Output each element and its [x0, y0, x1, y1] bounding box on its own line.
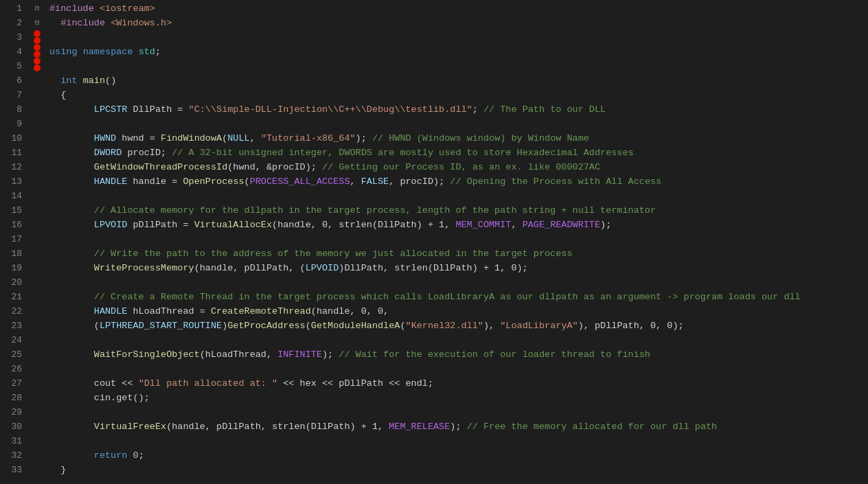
- code-line: using namespace std;: [49, 45, 868, 59]
- plain-token: handle =: [127, 174, 183, 189]
- str-token: "C:\\Simple-DLL-Injection\\C++\\Debug\\t…: [189, 102, 472, 117]
- gutter-cell: [27, 58, 47, 65]
- code-line: // Allocate memory for the dllpath in th…: [49, 203, 868, 218]
- plain-token: [49, 73, 60, 88]
- line-number: 1: [0, 1, 22, 16]
- line-number: 29: [0, 405, 22, 419]
- line-number: 25: [0, 347, 22, 362]
- plain-token: {: [49, 88, 66, 102]
- line-number: 19: [0, 261, 22, 275]
- macro-token: DWORD: [94, 146, 122, 160]
- plain-token: [49, 290, 94, 304]
- cmt-token: // The Path to our DLL: [483, 102, 606, 117]
- plain-token: [49, 448, 94, 463]
- plain-token: (hwnd, &procID);: [227, 160, 322, 174]
- fn-token: VirtualAllocEx: [194, 218, 272, 232]
- breakpoint: [34, 51, 41, 58]
- inc-token: <Windows.h>: [111, 16, 172, 30]
- plain-token: );: [600, 218, 611, 232]
- plain-token: (): [105, 73, 116, 88]
- str-token: "LoadLibraryA": [500, 319, 578, 333]
- code-line: HANDLE hLoadThread = CreateRemoteThread(…: [49, 304, 868, 319]
- line-number: 32: [0, 448, 22, 463]
- code-line: #include <iostream>: [49, 1, 868, 16]
- cmt-token: // Create a Remote Thread in the target …: [94, 290, 801, 304]
- plain-token: [127, 448, 133, 463]
- plain-token: procID;: [122, 146, 172, 160]
- breakpoint: [34, 58, 41, 65]
- num-token: 0: [133, 448, 139, 463]
- line-number: 10: [0, 131, 22, 146]
- code-line: [49, 405, 868, 419]
- line-number: 31: [0, 434, 22, 448]
- code-line: // Create a Remote Thread in the target …: [49, 290, 868, 304]
- cmt-token: // Free the memory allocated for our dll…: [467, 419, 718, 434]
- code-line: VirtualFreeEx(handle, pDllPath, strlen(D…: [49, 419, 868, 434]
- code-line: LPCSTR DllPath = "C:\\Simple-DLL-Injecti…: [49, 102, 868, 117]
- kw-token: namespace: [83, 45, 133, 59]
- line-number: 24: [0, 333, 22, 347]
- code-line: #include <Windows.h>: [49, 16, 868, 30]
- plain-token: (: [306, 319, 311, 333]
- line-number: 2: [0, 16, 22, 30]
- code-line: WaitForSingleObject(hLoadThread, INFINIT…: [49, 347, 868, 362]
- pp-token: #include: [49, 1, 94, 16]
- code-line: cout << "Dll path allocated at: " << hex…: [49, 376, 868, 391]
- code-line: [49, 362, 868, 376]
- fold-icon[interactable]: ⊟: [35, 1, 40, 16]
- code-line: cin.get();: [49, 391, 868, 405]
- code-line: [49, 275, 868, 290]
- plain-token: cin.get();: [49, 391, 150, 405]
- plain-token: [105, 16, 111, 30]
- code-line: // Write the path to the address of the …: [49, 246, 868, 261]
- line-number: 13: [0, 174, 22, 189]
- line-number: 26: [0, 362, 22, 376]
- line-number: 5: [0, 59, 22, 73]
- line-number: 33: [0, 463, 22, 477]
- plain-token: (: [400, 319, 405, 333]
- plain-token: (handle, 0, strlen(DllPath) + 1,: [272, 218, 455, 232]
- line-number: 8: [0, 102, 22, 117]
- plain-token: hwnd =: [116, 131, 161, 146]
- code-editor: 1234567891011121314151617181920212223242…: [0, 0, 868, 484]
- code-line: GetWindowThreadProcessId(hwnd, &procID);…: [49, 160, 868, 174]
- plain-token: ;: [139, 448, 144, 463]
- code-line: DWORD procID; // A 32-bit unsigned integ…: [49, 146, 868, 160]
- plain-token: [49, 347, 94, 362]
- kw-token: int: [60, 73, 77, 88]
- kw-token: using: [49, 45, 78, 59]
- cmt-token: // A 32-bit unsigned integer, DWORDS are…: [172, 146, 633, 160]
- plain-token: (handle, pDllPath, (: [194, 261, 306, 275]
- breakpoint: [34, 30, 41, 37]
- fn-token: FindWindowA: [161, 131, 222, 146]
- plain-token: [49, 102, 94, 117]
- macro-token: FALSE: [361, 174, 389, 189]
- code-line: WriteProcessMemory(handle, pDllPath, (LP…: [49, 261, 868, 275]
- macro-token: HANDLE: [94, 304, 128, 319]
- gutter: ⊟⊟: [27, 0, 47, 484]
- fn-token: OpenProcess: [183, 174, 244, 189]
- line-number: 30: [0, 419, 22, 434]
- macro-token: HANDLE: [94, 174, 128, 189]
- gutter-cell: [27, 37, 47, 44]
- plain-token: ;: [155, 45, 161, 59]
- fold-icon[interactable]: ⊟: [35, 16, 40, 30]
- gutter-cell: [27, 30, 47, 37]
- code-line: [49, 59, 868, 73]
- plain-token: [133, 45, 139, 59]
- plain-token: [78, 45, 83, 59]
- plain-token: (handle, pDllPath, strlen(DllPath) + 1,: [166, 419, 389, 434]
- cmt-token: // Write the path to the address of the …: [94, 246, 573, 261]
- plain-token: }: [49, 463, 66, 477]
- code-line: return 0;: [49, 448, 868, 463]
- plain-token: ;: [472, 102, 483, 117]
- gutter-cell: [27, 51, 47, 58]
- plain-token: [49, 160, 94, 174]
- fn-token: GetWindowThreadProcessId: [94, 160, 227, 174]
- line-number: 18: [0, 246, 22, 261]
- ns-token: std: [139, 45, 155, 59]
- fn-token: CreateRemoteThread: [211, 304, 311, 319]
- gutter-cell: [27, 44, 47, 51]
- str-token: "Tutorial-x86_64": [261, 131, 356, 146]
- line-number: 3: [0, 30, 22, 45]
